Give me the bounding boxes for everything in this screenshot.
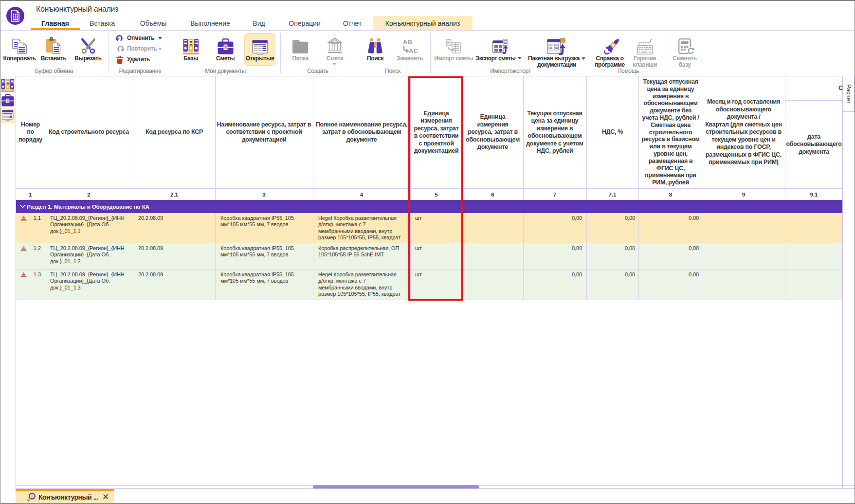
svg-text:AB: AB [403, 39, 412, 46]
svg-text:AC: AC [409, 47, 418, 54]
